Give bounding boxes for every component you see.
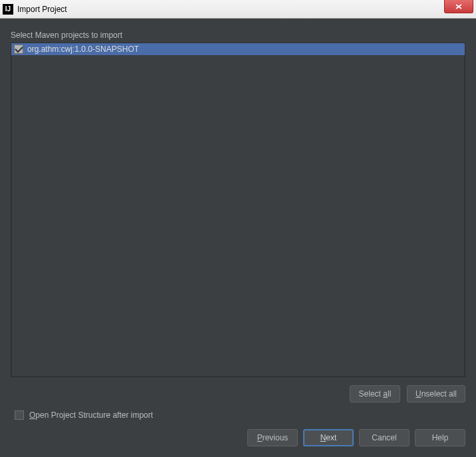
project-label: org.athm:cwj:1.0.0-SNAPSHOT — [27, 45, 139, 54]
titlebar: IJ Import Project — [0, 0, 476, 19]
project-checkbox[interactable] — [14, 45, 23, 54]
cancel-button[interactable]: Cancel — [359, 429, 410, 446]
selection-button-row: Select all Unselect all — [11, 377, 465, 408]
next-button[interactable]: Next — [303, 429, 354, 446]
close-icon — [455, 4, 462, 9]
app-icon: IJ — [3, 4, 13, 15]
titlebar-left: IJ Import Project — [3, 4, 67, 15]
close-button[interactable] — [444, 0, 473, 13]
list-label: Select Maven projects to import — [11, 27, 465, 40]
previous-button[interactable]: Previous — [247, 429, 298, 446]
select-all-button[interactable]: Select all — [350, 385, 400, 403]
window-title: Import Project — [17, 5, 67, 14]
help-button[interactable]: Help — [415, 429, 465, 446]
wizard-button-row: Previous Next Cancel Help — [11, 429, 465, 452]
project-row[interactable]: org.athm:cwj:1.0.0-SNAPSHOT — [11, 43, 465, 55]
open-structure-option[interactable]: Open Project Structure after import — [11, 408, 465, 429]
unselect-all-button[interactable]: Unselect all — [407, 385, 465, 403]
open-structure-label[interactable]: Open Project Structure after import — [29, 411, 153, 420]
content-area: Select Maven projects to import org.athm… — [0, 19, 476, 457]
open-structure-checkbox[interactable] — [15, 411, 24, 420]
project-list[interactable]: org.athm:cwj:1.0.0-SNAPSHOT — [11, 43, 465, 377]
